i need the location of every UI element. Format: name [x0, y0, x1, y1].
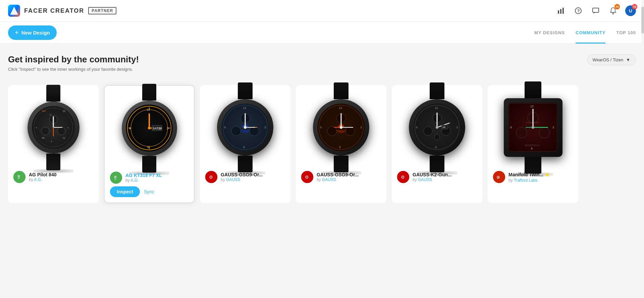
svg-point-47 [231, 126, 241, 136]
help-icon[interactable]: ? [573, 5, 584, 16]
svg-text:6: 6 [531, 147, 533, 150]
svg-rect-30 [149, 146, 150, 149]
creator-link[interactable]: GAUSS [226, 177, 240, 182]
partner-badge: PARTNER [88, 7, 116, 14]
watch-preview-ag-kt318: SAT 20 12 3 6 9 [110, 93, 189, 166]
new-design-button[interactable]: + New Design [8, 25, 57, 40]
svg-text:9: 9 [510, 126, 512, 129]
sync-button[interactable]: Sync [144, 189, 154, 194]
svg-text:MANIFOLD: MANIFOLD [525, 144, 540, 146]
creator-name: by GAUSS [317, 177, 381, 182]
tab-my-designs[interactable]: MY DESIGNS [534, 22, 565, 44]
svg-text:⚙: ⚙ [209, 175, 213, 180]
creator-name: by A.G. [125, 178, 189, 183]
svg-point-70 [340, 126, 342, 129]
avatar-ag: 🎖 [13, 171, 25, 183]
page-intro: Get inspired by the community! Click "In… [8, 54, 139, 72]
avatar-gauss-k2: ⚙ [397, 171, 409, 183]
sub-header: + New Design MY DESIGNS COMMUNITY TOP 10… [0, 22, 644, 44]
logo-area: FACER CREATOR PARTNER [8, 5, 116, 17]
svg-text:9: 9 [36, 127, 37, 129]
tab-community[interactable]: COMMUNITY [576, 22, 605, 44]
svg-rect-7 [593, 8, 599, 12]
card-footer-gauss-2: ⚙ GAUSS-GSG9-Or... by GAUSS [301, 171, 381, 183]
watch-card-ag-kt318[interactable]: SAT 20 12 3 6 9 [104, 85, 195, 203]
scrollbar-track[interactable] [641, 0, 644, 217]
svg-text:⊕: ⊕ [496, 175, 500, 180]
notification-icon[interactable]: 25 [608, 5, 619, 16]
svg-point-77 [434, 134, 440, 140]
svg-rect-4 [562, 8, 564, 14]
watch-card-gauss-gsg9-or-1[interactable]: 12 3 6 9 ⚙ [200, 85, 290, 203]
svg-text:9: 9 [129, 127, 131, 130]
svg-text:12: 12 [339, 106, 342, 110]
notification-count: 25 [614, 4, 620, 9]
svg-text:9: 9 [416, 126, 418, 129]
svg-text:3: 3 [360, 126, 362, 129]
svg-text:12: 12 [435, 106, 438, 110]
avatar-trafford: ⊕ [493, 171, 505, 183]
app-title: FACER CREATOR [24, 7, 84, 14]
svg-text:28: 28 [442, 126, 445, 129]
svg-point-48 [250, 126, 259, 136]
svg-point-91 [516, 127, 527, 138]
watch-name: GAUSS-GSG9-Or... [317, 172, 381, 177]
svg-text:29: 29 [63, 110, 65, 112]
card-info-ag-pilot: AG Pilot 840 by A.G. [29, 172, 93, 182]
watch-card-ag-pilot-840[interactable]: 12 3 6 9 547 29 66 21 [8, 85, 99, 203]
card-footer-ag-pilot-840: 🎖 AG Pilot 840 by A.G. [13, 171, 93, 183]
svg-text:66: 66 [42, 137, 45, 139]
content-header: Get inspired by the community! Click "In… [8, 54, 636, 72]
svg-text:🎖: 🎖 [113, 175, 118, 181]
creator-link[interactable]: Trafford Labs [514, 178, 538, 183]
watch-name: AG KT318 F7 XL [125, 173, 189, 178]
creator-link[interactable]: GAUSS [418, 177, 432, 182]
creator-link[interactable]: A.G. [130, 178, 139, 183]
creator-link[interactable]: A.G. [34, 177, 42, 182]
svg-text:12: 12 [243, 106, 246, 110]
svg-text:6: 6 [147, 145, 149, 149]
svg-point-42 [148, 127, 151, 129]
watch-card-gauss-gsg9-or-2[interactable]: 12 3 6 9 ⚙ [296, 85, 386, 203]
creator-name: by GAUSS [221, 177, 285, 182]
platform-filter[interactable]: WearOS / Tizen ▼ [587, 54, 636, 65]
creator-link[interactable]: GAUSS [322, 177, 336, 182]
svg-point-9 [612, 13, 614, 14]
card-actions-ag-kt318: Inspect Sync [110, 186, 189, 197]
user-avatar[interactable]: U 18 [625, 5, 636, 16]
svg-marker-0 [11, 8, 17, 13]
svg-text:⚙: ⚙ [401, 175, 405, 180]
watch-name-text: Manifold Twin... [508, 172, 543, 177]
svg-text:547: 547 [42, 110, 46, 112]
analytics-icon[interactable] [555, 5, 566, 16]
watch-grid: 12 3 6 9 547 29 66 21 [8, 82, 636, 206]
card-footer-gauss-1: ⚙ GAUSS-GSG9-Or... by GAUSS [205, 171, 285, 183]
svg-text:3: 3 [456, 126, 458, 129]
watch-preview-gauss-1: 12 3 6 9 [205, 92, 285, 166]
card-info-manifold: Manifold Twin... ★ by Trafford Labs [508, 172, 573, 183]
svg-text:3: 3 [167, 127, 168, 130]
svg-text:9: 9 [224, 126, 226, 129]
svg-text:TRAFFORD: TRAFFORD [526, 122, 539, 124]
watch-card-manifold[interactable]: TRAFFORD MANIFOLD 12 3 6 9 [488, 85, 578, 203]
new-design-label: New Design [21, 30, 50, 36]
svg-text:20: 20 [158, 127, 162, 130]
watch-preview-manifold: TRAFFORD MANIFOLD 12 3 6 9 [493, 92, 573, 166]
tab-top100[interactable]: TOP 100 [616, 22, 636, 44]
watch-card-gauss-k2[interactable]: 28 12 3 6 9 ⚙ [392, 85, 482, 203]
inspect-button[interactable]: Inspect [110, 186, 140, 197]
chat-icon[interactable] [590, 5, 601, 16]
page-subtitle: Click "Inspect" to see the inner working… [8, 67, 139, 72]
svg-text:12: 12 [530, 105, 534, 108]
header-actions: ? 25 U 18 [555, 5, 636, 16]
svg-text:6: 6 [435, 145, 437, 149]
svg-rect-3 [560, 9, 561, 14]
creator-name: by GAUSS [413, 177, 477, 182]
chevron-down-icon: ▼ [626, 57, 630, 62]
svg-text:3: 3 [264, 126, 266, 129]
watch-preview-ag-pilot-840: 12 3 6 9 547 29 66 21 [13, 92, 93, 166]
avatar-gauss-1: ⚙ [205, 171, 217, 183]
scrollbar-thumb[interactable] [641, 7, 644, 34]
svg-rect-1 [12, 11, 16, 12]
main-content: Get inspired by the community! Click "In… [0, 44, 644, 217]
